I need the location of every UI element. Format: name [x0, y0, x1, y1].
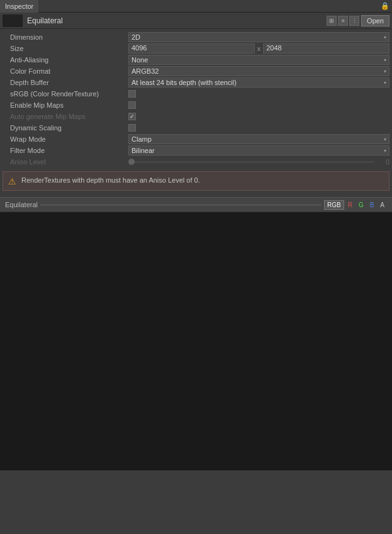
more-icon[interactable]: ⋮ — [349, 16, 359, 26]
srgb-row: sRGB (Color RenderTexture) — [0, 88, 392, 99]
inspector-tab[interactable]: Inspector — [0, 0, 38, 13]
color-format-dropdown[interactable]: ARGB32 ▾ — [128, 66, 389, 76]
auto-mip-maps-checkbox[interactable] — [128, 113, 136, 120]
inspector-panel: Dimension 2D ▾ Size 4096 x 2048 Anti-Ali… — [0, 29, 392, 197]
srgb-label: sRGB (Color RenderTexture) — [3, 90, 128, 98]
toolbar: Equilateral ⊞ ≡ ⋮ Open — [0, 13, 392, 29]
wrap-mode-value: Clamp ▾ — [128, 134, 389, 144]
wrap-mode-row: Wrap Mode Clamp ▾ — [0, 134, 392, 145]
toolbar-icons: ⊞ ≡ ⋮ — [327, 16, 359, 26]
preview-canvas — [0, 212, 392, 470]
filter-mode-value: Bilinear ▾ — [128, 145, 389, 156]
depth-buffer-value: At least 24 bits depth (with stencil) ▾ — [128, 77, 389, 88]
auto-mip-maps-label: Auto generate Mip Maps — [3, 113, 128, 120]
size-inputs: 4096 x 2048 — [128, 43, 389, 54]
aniso-slider-value: 0 — [377, 158, 389, 166]
preview-header: Equilateral RGB R G B A — [0, 197, 392, 212]
asset-name: Equilateral — [25, 16, 325, 25]
aniso-level-value: 0 — [128, 158, 389, 166]
aniso-slider-thumb[interactable] — [128, 159, 135, 165]
auto-mip-maps-row: Auto generate Mip Maps — [0, 111, 392, 122]
dimension-row: Dimension 2D ▾ — [0, 31, 392, 43]
channel-r-button[interactable]: R — [345, 201, 355, 209]
filter-mode-row: Filter Mode Bilinear ▾ — [0, 145, 392, 156]
aniso-level-row: Aniso Level 0 — [0, 156, 392, 168]
aniso-level-label: Aniso Level — [3, 158, 128, 166]
open-button[interactable]: Open — [361, 15, 389, 26]
color-format-value: ARGB32 ▾ — [128, 66, 389, 76]
srgb-checkbox-container — [128, 90, 136, 98]
asset-preview-icon — [3, 14, 23, 27]
enable-mip-maps-label: Enable Mip Maps — [3, 101, 128, 109]
lock-icon[interactable]: 🔒 — [381, 2, 392, 10]
anti-aliasing-value: None ▾ — [128, 55, 389, 65]
inspector-tab-label: Inspector — [5, 3, 33, 10]
wrap-mode-label: Wrap Mode — [3, 135, 128, 143]
dimension-value: 2D ▾ — [128, 32, 389, 42]
aniso-slider-track[interactable] — [128, 161, 374, 163]
dynamic-scaling-value — [128, 124, 389, 132]
size-label: Size — [3, 45, 128, 52]
tab-bar: Inspector 🔒 — [0, 0, 392, 13]
color-format-dropdown-arrow: ▾ — [384, 69, 386, 74]
depth-buffer-row: Depth Buffer At least 24 bits depth (wit… — [0, 77, 392, 88]
warning-box: ⚠ RenderTextures with depth must have an… — [3, 171, 389, 191]
dynamic-scaling-label: Dynamic Scaling — [3, 124, 128, 132]
color-format-row: Color Format ARGB32 ▾ — [0, 65, 392, 77]
warning-icon: ⚠ — [8, 176, 16, 186]
color-format-label: Color Format — [3, 67, 128, 75]
aniso-slider-container: 0 — [128, 158, 389, 166]
channel-buttons: RGB R G B A — [324, 200, 387, 210]
size-height-input[interactable]: 2048 — [263, 43, 389, 54]
preview-divider — [40, 205, 322, 205]
dimension-dropdown-arrow: ▾ — [384, 35, 386, 40]
filter-mode-dropdown-arrow: ▾ — [384, 148, 386, 154]
enable-mip-maps-checkbox-container — [128, 101, 136, 109]
dimension-dropdown[interactable]: 2D ▾ — [128, 32, 389, 42]
filter-mode-label: Filter Mode — [3, 147, 128, 154]
channel-b-button[interactable]: B — [367, 201, 377, 209]
preview-asset-name: Equilateral — [5, 201, 38, 208]
size-x-label: x — [257, 45, 261, 52]
options-icon[interactable]: ≡ — [338, 16, 348, 26]
dynamic-scaling-row: Dynamic Scaling — [0, 122, 392, 134]
channel-g-button[interactable]: G — [356, 201, 366, 209]
depth-buffer-dropdown[interactable]: At least 24 bits depth (with stencil) ▾ — [128, 77, 389, 88]
enable-mip-maps-checkbox[interactable] — [128, 101, 136, 109]
depth-buffer-dropdown-arrow: ▾ — [384, 80, 386, 86]
dynamic-scaling-checkbox-container — [128, 124, 136, 132]
dimension-label: Dimension — [3, 33, 128, 41]
anti-aliasing-dropdown-arrow: ▾ — [384, 57, 386, 63]
wrap-mode-dropdown[interactable]: Clamp ▾ — [128, 134, 389, 144]
size-row: Size 4096 x 2048 — [0, 43, 392, 54]
auto-mip-maps-checkbox-container — [128, 113, 136, 120]
channel-a-button[interactable]: A — [378, 201, 387, 209]
enable-mip-maps-value — [128, 101, 389, 109]
layout-icon[interactable]: ⊞ — [327, 16, 337, 26]
srgb-checkbox[interactable] — [128, 90, 136, 98]
wrap-mode-dropdown-arrow: ▾ — [384, 137, 386, 142]
enable-mip-maps-row: Enable Mip Maps — [0, 99, 392, 111]
warning-text: RenderTextures with depth must have an A… — [21, 176, 200, 185]
size-width-input[interactable]: 4096 — [128, 43, 255, 54]
dynamic-scaling-checkbox[interactable] — [128, 124, 136, 132]
channel-rgb-button[interactable]: RGB — [324, 200, 344, 210]
anti-aliasing-dropdown[interactable]: None ▾ — [128, 55, 389, 65]
auto-mip-maps-value — [128, 113, 389, 120]
anti-aliasing-label: Anti-Aliasing — [3, 56, 128, 64]
srgb-value — [128, 90, 389, 98]
depth-buffer-label: Depth Buffer — [3, 79, 128, 86]
filter-mode-dropdown[interactable]: Bilinear ▾ — [128, 145, 389, 156]
anti-aliasing-row: Anti-Aliasing None ▾ — [0, 54, 392, 65]
